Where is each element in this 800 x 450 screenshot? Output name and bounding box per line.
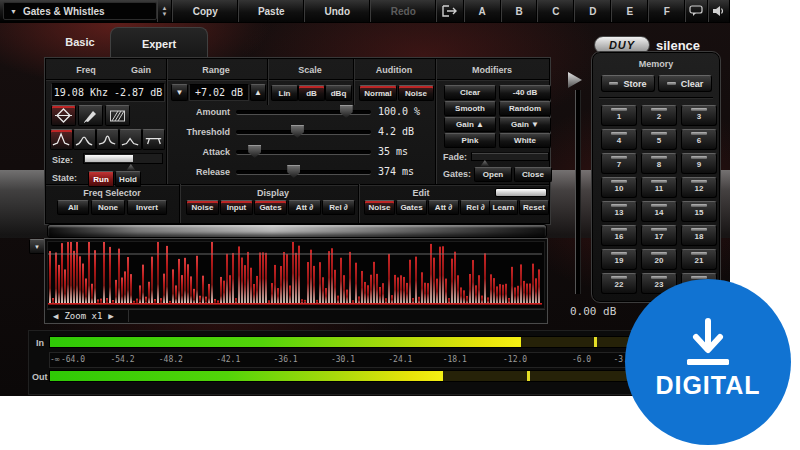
release-slider[interactable] [236, 164, 371, 178]
zoom-prev-button[interactable]: ◀ [47, 311, 64, 321]
release-slider-thumb[interactable] [287, 165, 300, 178]
tab-expert[interactable]: Expert [110, 27, 208, 59]
audition-noise-button[interactable]: Noise [398, 85, 434, 101]
display-gates-button[interactable]: Gates [254, 200, 287, 215]
threshold-slider-thumb[interactable] [291, 125, 304, 138]
memory-slot-18[interactable]: 18 [681, 225, 717, 246]
memory-slot-4[interactable]: 4 [601, 129, 637, 150]
range-down-button[interactable]: ▼ [171, 84, 188, 101]
memory-slot-11[interactable]: 11 [641, 177, 677, 198]
undo-button[interactable]: Undo [304, 0, 370, 22]
gates-open-button[interactable]: Open [474, 167, 512, 182]
fade-slider[interactable] [471, 152, 549, 161]
tool-fill-button[interactable] [105, 105, 130, 126]
preset-selector[interactable]: ▼ Gates & Whistles [3, 2, 157, 20]
attack-slider-thumb[interactable] [248, 145, 261, 158]
memory-slot-21[interactable]: 21 [681, 249, 717, 270]
reset-button[interactable]: Reset [519, 200, 549, 215]
edit-noise-button[interactable]: Noise [364, 200, 395, 215]
display-rel-button[interactable]: Rel ∂ [322, 200, 355, 215]
range-up-button[interactable]: ▲ [250, 84, 266, 101]
modifier-white-button[interactable]: White [499, 133, 551, 148]
gates-close-button[interactable]: Close [514, 167, 552, 182]
freq-select-invert-button[interactable]: Invert [127, 200, 167, 215]
modifier-smooth-button[interactable]: Smooth [444, 101, 496, 116]
snapshot-a-button[interactable]: A [464, 0, 501, 22]
memory-slot-14[interactable]: 14 [641, 201, 677, 222]
memory-slot-2[interactable]: 2 [641, 105, 677, 126]
memory-slot-16[interactable]: 16 [601, 225, 637, 246]
curve-low-peak-button[interactable] [119, 129, 142, 150]
memory-slot-22[interactable]: 22 [601, 273, 637, 294]
fade-slider-handle[interactable] [480, 160, 490, 167]
memory-slot-7[interactable]: 7 [601, 153, 637, 174]
output-fader-handle[interactable] [568, 72, 582, 88]
snapshot-f-button[interactable]: F [648, 0, 685, 22]
memory-slot-17[interactable]: 17 [641, 225, 677, 246]
snapshot-b-button[interactable]: B [501, 0, 538, 22]
paste-button[interactable]: Paste [238, 0, 304, 22]
tool-node-button[interactable] [51, 105, 76, 126]
modifier-clear-button[interactable]: Clear [444, 85, 496, 100]
audition-normal-button[interactable]: Normal [359, 85, 397, 101]
snapshot-d-button[interactable]: D [574, 0, 611, 22]
memory-slot-12[interactable]: 12 [681, 177, 717, 198]
modifier-gain-up-button[interactable]: Gain ▲ [444, 117, 496, 132]
scale-dbq-button[interactable]: dBq [325, 85, 352, 101]
memory-slot-13[interactable]: 13 [601, 201, 637, 222]
output-fader-track[interactable] [575, 90, 581, 294]
edit-gates-button[interactable]: Gates [396, 200, 427, 215]
memory-slot-8[interactable]: 8 [641, 153, 677, 174]
memory-slot-1[interactable]: 1 [601, 105, 637, 126]
memory-slot-5[interactable]: 5 [641, 129, 677, 150]
memory-slot-10[interactable]: 10 [601, 177, 637, 198]
zoom-next-button[interactable]: ▶ [102, 311, 119, 321]
edit-att-button[interactable]: Att ∂ [428, 200, 459, 215]
spectrum-display[interactable] [47, 241, 545, 309]
size-slider[interactable] [83, 153, 163, 164]
display-input-button[interactable]: Input [220, 200, 253, 215]
display-noise-button[interactable]: Noise [186, 200, 219, 215]
attack-slider[interactable] [236, 144, 371, 158]
tool-pencil-button[interactable] [78, 105, 103, 126]
memory-clear-button[interactable]: Clear [658, 75, 712, 92]
curve-wide-bell-button[interactable] [73, 129, 96, 150]
memory-slot-15[interactable]: 15 [681, 201, 717, 222]
memory-slot-3[interactable]: 3 [681, 105, 717, 126]
audio-help-button[interactable] [708, 0, 730, 22]
freq-select-none-button[interactable]: None [91, 200, 125, 215]
modifier-gain-down-button[interactable]: Gain ▼ [499, 117, 551, 132]
scale-lin-button[interactable]: Lin [271, 85, 298, 101]
memory-slot-19[interactable]: 19 [601, 249, 637, 270]
snapshot-e-button[interactable]: E [611, 0, 648, 22]
modifier-minus40-button[interactable]: -40 dB [499, 85, 551, 100]
memory-store-button[interactable]: Store [601, 75, 655, 92]
preset-stepper[interactable]: ▲ ▼ [157, 0, 173, 22]
curve-peak-button[interactable] [50, 129, 73, 150]
memory-slot-6[interactable]: 6 [681, 129, 717, 150]
freq-select-all-button[interactable]: All [57, 200, 89, 215]
curve-narrow-bell-button[interactable] [96, 129, 119, 150]
scale-db-button[interactable]: dB [298, 85, 325, 101]
tab-basic[interactable]: Basic [52, 30, 108, 54]
size-slider-handle[interactable] [126, 164, 136, 171]
display-att-button[interactable]: Att ∂ [288, 200, 321, 215]
amount-slider-thumb[interactable] [340, 105, 353, 118]
copy-button[interactable]: Copy [172, 0, 238, 22]
state-run-button[interactable]: Run [88, 171, 114, 187]
spectrum-options-button[interactable]: ▼ [29, 239, 45, 254]
modifier-random-button[interactable]: Random [499, 101, 551, 116]
memory-slot-20[interactable]: 20 [641, 249, 677, 270]
learn-button[interactable]: Learn [489, 200, 518, 215]
snapshot-c-button[interactable]: C [537, 0, 574, 22]
redo-button[interactable]: Redo [370, 0, 436, 22]
modifier-pink-button[interactable]: Pink [444, 133, 496, 148]
amount-slider[interactable] [236, 104, 371, 118]
spectrum-scrollbar[interactable] [47, 224, 547, 238]
memory-slot-9[interactable]: 9 [681, 153, 717, 174]
export-button[interactable] [436, 0, 463, 22]
threshold-slider[interactable] [236, 124, 371, 138]
edit-rel-button[interactable]: Rel ∂ [460, 200, 491, 215]
curve-flat-top-button[interactable] [142, 129, 165, 150]
comments-button[interactable] [685, 0, 707, 22]
